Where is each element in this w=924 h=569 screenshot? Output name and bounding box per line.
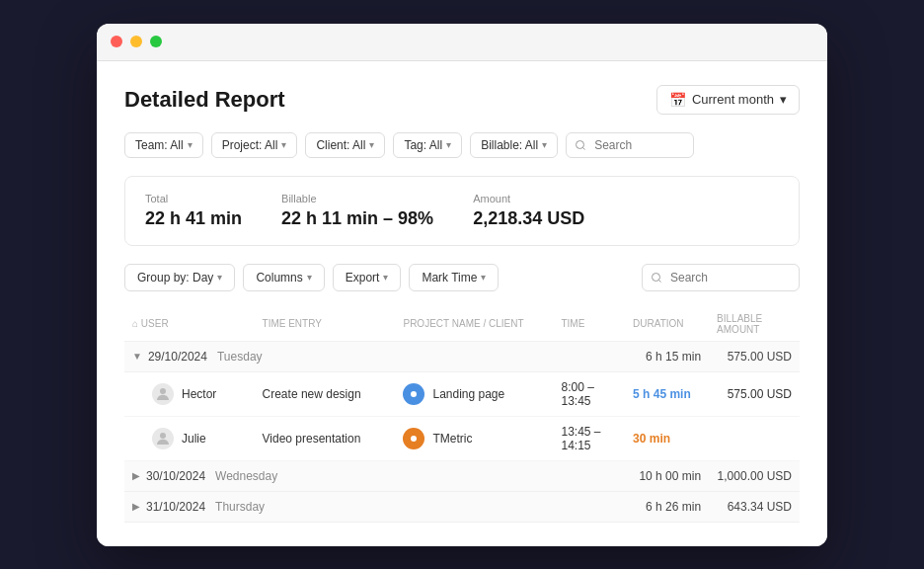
- maximize-button[interactable]: [150, 36, 162, 47]
- billable-value: 22 h 11 min – 98%: [281, 208, 433, 228]
- billable-amount-cell: 575.00 USD: [709, 371, 800, 416]
- time-range-cell: 13:45 – 14:15: [553, 416, 625, 460]
- filter-bar: Team: All Project: All Client: All Tag: …: [124, 132, 800, 158]
- project-cell: TMetric: [395, 416, 553, 460]
- table-header-row: ⌂ User Time Entry Project Name / Client …: [124, 307, 800, 342]
- avatar: [152, 383, 174, 405]
- export-button[interactable]: Export: [333, 264, 402, 291]
- table-search-input[interactable]: [642, 264, 800, 291]
- titlebar: [97, 24, 827, 61]
- duration-cell: 5 h 45 min: [625, 371, 709, 416]
- group-by-button[interactable]: Group by: Day: [124, 264, 235, 291]
- team-filter[interactable]: Team: All: [124, 132, 203, 158]
- time-entry-cell: Video presentation: [255, 416, 396, 460]
- report-table: ⌂ User Time Entry Project Name / Client …: [124, 307, 800, 523]
- group-chevron-icon: ▶: [132, 470, 140, 481]
- user-cell: Julie: [124, 416, 255, 460]
- group-date: 30/10/2024: [146, 469, 205, 483]
- traffic-lights: [111, 36, 162, 47]
- svg-point-0: [160, 388, 166, 394]
- group-billable: 575.00 USD: [709, 341, 800, 371]
- project-icon: [403, 383, 424, 405]
- col-header-project: Project Name / Client: [395, 307, 553, 342]
- avatar: [152, 428, 174, 449]
- group-date-cell: ▶ 31/10/2024 Thursday: [124, 491, 625, 522]
- user-name: Julie: [182, 432, 206, 446]
- time-range-cell: 8:00 – 13:45: [553, 371, 625, 416]
- app-window: Detailed Report 📅 Current month ▾ Team: …: [97, 24, 827, 546]
- duration-value: 30 min: [633, 432, 670, 446]
- duration-value: 5 h 45 min: [633, 387, 691, 401]
- duration-cell: 30 min: [625, 416, 709, 460]
- time-entry-cell: Create new design: [255, 371, 396, 416]
- page-title: Detailed Report: [124, 87, 285, 113]
- project-cell: Landing page: [395, 371, 553, 416]
- project-name: Landing page: [432, 387, 504, 401]
- group-date-cell: ▶ 30/10/2024 Wednesday: [124, 460, 625, 491]
- svg-point-3: [411, 436, 417, 442]
- table-group-row[interactable]: ▶ 31/10/2024 Thursday 6 h 26 min 643.34 …: [124, 491, 800, 522]
- table-row: Julie Video presentation TMetric 13:45 –…: [124, 416, 800, 460]
- col-header-time-entry: Time Entry: [255, 307, 396, 342]
- group-duration: 6 h 15 min: [625, 341, 709, 371]
- group-duration: 10 h 00 min: [625, 460, 709, 491]
- user-col-icon: ⌂: [132, 318, 141, 329]
- summary-box: Total 22 h 41 min Billable 22 h 11 min –…: [124, 176, 800, 246]
- group-date-cell: ▼ 29/10/2024 Tuesday: [124, 341, 625, 371]
- group-date: 31/10/2024: [146, 500, 205, 514]
- amount-summary: Amount 2,218.34 USD: [473, 193, 584, 229]
- filter-search-input[interactable]: [566, 132, 694, 158]
- billable-amount-cell: [709, 416, 800, 460]
- svg-point-1: [411, 391, 417, 397]
- col-header-time: Time: [553, 307, 625, 342]
- calendar-icon: 📅: [669, 92, 686, 108]
- group-day: Wednesday: [215, 469, 277, 483]
- col-header-billable: Billable Amount: [709, 307, 800, 342]
- group-day: Thursday: [215, 500, 265, 514]
- date-picker-label: Current month: [692, 92, 774, 107]
- user-cell: Hector: [124, 371, 255, 416]
- group-billable: 1,000.00 USD: [709, 460, 800, 491]
- billable-summary: Billable 22 h 11 min – 98%: [281, 193, 433, 229]
- group-chevron-icon: ▼: [132, 351, 142, 362]
- svg-point-2: [160, 433, 166, 439]
- amount-label: Amount: [473, 193, 584, 204]
- table-group-row[interactable]: ▶ 30/10/2024 Wednesday 10 h 00 min 1,000…: [124, 460, 800, 491]
- client-filter[interactable]: Client: All: [305, 132, 385, 158]
- table-group-row[interactable]: ▼ 29/10/2024 Tuesday 6 h 15 min 575.00 U…: [124, 341, 800, 371]
- amount-value: 2,218.34 USD: [473, 208, 584, 228]
- user-name: Hector: [182, 387, 216, 401]
- project-name: TMetric: [432, 432, 472, 446]
- project-icon: [403, 428, 424, 449]
- total-label: Total: [145, 193, 242, 204]
- group-duration: 6 h 26 min: [625, 491, 709, 522]
- group-date: 29/10/2024: [148, 350, 207, 364]
- page-header: Detailed Report 📅 Current month ▾: [124, 85, 800, 115]
- mark-time-button[interactable]: Mark Time: [409, 264, 499, 291]
- group-chevron-icon: ▶: [132, 501, 140, 512]
- report-toolbar: Group by: Day Columns Export Mark Time: [124, 264, 800, 291]
- main-content: Detailed Report 📅 Current month ▾ Team: …: [97, 61, 827, 546]
- date-picker-button[interactable]: 📅 Current month ▾: [656, 85, 800, 115]
- billable-filter[interactable]: Billable: All: [470, 132, 558, 158]
- close-button[interactable]: [111, 36, 122, 47]
- project-filter[interactable]: Project: All: [211, 132, 298, 158]
- total-summary: Total 22 h 41 min: [145, 193, 242, 229]
- total-value: 22 h 41 min: [145, 208, 242, 228]
- billable-label: Billable: [281, 193, 433, 204]
- chevron-down-icon: ▾: [780, 92, 787, 107]
- tag-filter[interactable]: Tag: All: [393, 132, 462, 158]
- col-header-duration: Duration: [625, 307, 709, 342]
- group-billable: 643.34 USD: [709, 491, 800, 522]
- table-row: Hector Create new design Landing page 8:…: [124, 371, 800, 416]
- minimize-button[interactable]: [130, 36, 142, 47]
- columns-button[interactable]: Columns: [243, 264, 324, 291]
- col-header-user: ⌂ User: [124, 307, 255, 342]
- group-day: Tuesday: [217, 350, 263, 364]
